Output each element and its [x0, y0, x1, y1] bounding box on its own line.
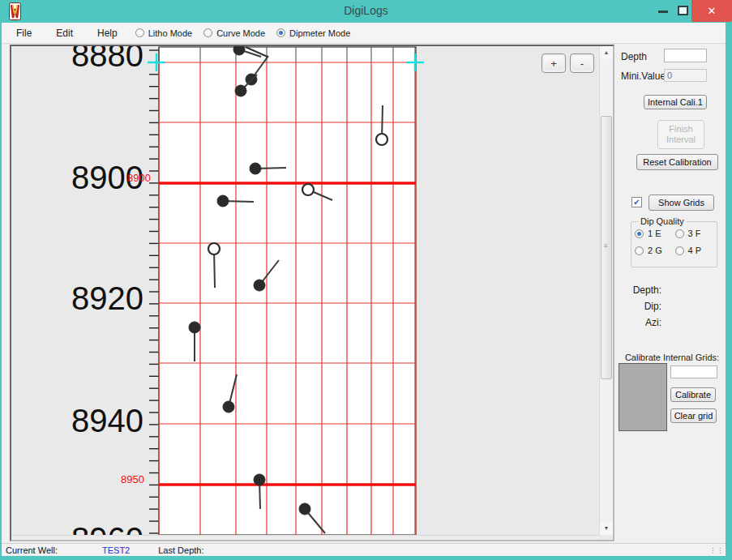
grid-value-input[interactable] [670, 365, 717, 378]
control-panel: Depth Mini.Value Internal Cali.1 Finish … [619, 44, 726, 543]
menu-items-container: FileEditHelp [2, 24, 127, 42]
radio-icon[interactable] [135, 28, 144, 37]
resize-grip-icon[interactable]: ⋮⋮ [709, 546, 724, 554]
scan-depth-label: 8960 [71, 521, 143, 535]
calibrate-button[interactable]: Calibrate [670, 387, 716, 402]
radio-icon[interactable] [203, 28, 212, 37]
readout-azi: Azi: [619, 317, 661, 333]
mode-dipmeter-mode[interactable]: Dipmeter Mode [276, 28, 350, 38]
vertical-scrollbar-thumb[interactable]: ≡ [601, 116, 612, 379]
dip-quality-label: 4 P [688, 246, 702, 255]
calibration-depth-label: 8900 [127, 172, 151, 184]
tadpole-marker-open[interactable] [376, 134, 387, 145]
readout-labels: Depth:Dip:Azi: [619, 284, 661, 333]
horizontal-scrollbar[interactable] [11, 535, 599, 540]
last-depth-label: Last Depth: [158, 545, 203, 555]
show-grids-checkbox[interactable]: ✔ [631, 197, 642, 207]
finish-interval-button[interactable]: Finish Interval [657, 120, 704, 149]
current-well-label: Current Well: [6, 545, 58, 555]
status-bar: Current Well: TEST2 Last Depth: ⋮⋮ [2, 543, 726, 556]
internal-cali-button[interactable]: Internal Cali.1 [644, 95, 707, 109]
dip-quality-legend: Dip Quality [638, 216, 687, 226]
grid-color-swatch[interactable] [619, 363, 667, 431]
tadpole-marker-filled[interactable] [254, 280, 265, 291]
radio-icon[interactable] [635, 229, 644, 238]
workspace: 8880890089208940896089008950 + - ▲ ≡ ▼ D… [2, 44, 726, 543]
zoom-in-button[interactable]: + [542, 53, 566, 73]
mini-value-label: Mini.Value [621, 71, 666, 82]
finish-interval-line1: Finish [669, 124, 692, 134]
mode-radio-group: Litho ModeCurve ModeDipmeter Mode [135, 28, 362, 38]
radio-icon[interactable] [276, 28, 285, 37]
tadpole-marker-filled[interactable] [235, 85, 246, 96]
scan-depth-label: 8920 [71, 280, 143, 316]
radio-icon[interactable] [635, 246, 644, 255]
dip-quality-label: 1 E [648, 229, 661, 238]
vertical-scrollbar[interactable]: ▲ ≡ ▼ [599, 46, 613, 535]
dip-quality-label: 3 F [688, 229, 701, 238]
mode-curve-mode[interactable]: Curve Mode [203, 28, 265, 38]
tadpole-marker-open[interactable] [302, 184, 314, 195]
mini-value-input [664, 69, 707, 82]
mode-label: Curve Mode [216, 28, 265, 38]
maximize-button[interactable] [678, 6, 688, 15]
tadpole-marker-filled[interactable] [217, 195, 229, 207]
clear-grid-button[interactable]: Clear grid [670, 408, 717, 423]
mode-label: Dipmeter Mode [289, 28, 350, 38]
dip-quality-label: 2 G [648, 246, 662, 255]
current-well-value[interactable]: TEST2 [102, 545, 130, 555]
menu-file[interactable]: File [6, 24, 41, 42]
dip-quality-options: 1 E3 F2 G4 P [635, 229, 715, 263]
dip-quality-2-g[interactable]: 2 G [635, 246, 675, 255]
tadpole-marker-filled[interactable] [254, 474, 265, 485]
tadpole-marker-filled[interactable] [299, 503, 310, 515]
scan-depth-label: 8940 [71, 403, 143, 438]
depth-input[interactable] [664, 49, 707, 62]
calibration-depth-label: 8950 [121, 473, 144, 485]
depth-field-label: Depth [621, 51, 647, 62]
tadpole-marker-filled[interactable] [250, 163, 261, 174]
readout-depth: Depth: [619, 284, 661, 301]
digilogs-window: DigiLogs ✕ FileEditHelp Litho ModeCurve … [0, 0, 732, 560]
menu-help[interactable]: Help [88, 24, 127, 42]
finish-interval-line2: Interval [666, 135, 696, 144]
dip-quality-groupbox: Dip Quality 1 E3 F2 G4 P [631, 221, 717, 267]
menu-edit[interactable]: Edit [46, 24, 83, 42]
show-grids-button[interactable]: Show Grids [649, 195, 714, 211]
scan-depth-label: 8880 [71, 46, 143, 73]
tadpole-marker-filled[interactable] [189, 322, 200, 333]
minimize-button[interactable] [658, 11, 668, 13]
close-button[interactable]: ✕ [691, 0, 732, 22]
title-bar: DigiLogs ✕ [0, 0, 732, 23]
log-track [159, 47, 416, 535]
menu-bar: FileEditHelp Litho ModeCurve ModeDipmete… [2, 23, 726, 44]
radio-icon[interactable] [675, 246, 684, 255]
tadpole-marker-filled[interactable] [223, 401, 234, 413]
scrollbar-grip-icon: ≡ [604, 245, 610, 251]
calibrate-grids-label: Calibrate Internal Grids: [620, 353, 724, 362]
mode-litho-mode[interactable]: Litho Mode [135, 28, 192, 38]
tadpole-marker-filled[interactable] [233, 46, 245, 55]
readout-dip: Dip: [619, 301, 661, 317]
scroll-up-arrow-icon[interactable]: ▲ [600, 46, 613, 59]
radio-icon[interactable] [675, 229, 684, 238]
log-chart-frame: 8880890089208940896089008950 + - ▲ ≡ ▼ [10, 45, 614, 541]
window-title: DigiLogs [0, 4, 732, 17]
dip-quality-4-p[interactable]: 4 P [675, 246, 716, 255]
scroll-down-arrow-icon[interactable]: ▼ [600, 522, 613, 535]
log-chart-svg[interactable]: 8880890089208940896089008950 [11, 46, 599, 535]
dip-quality-3-f[interactable]: 3 F [675, 229, 716, 238]
tadpole-marker-open[interactable] [208, 243, 220, 254]
zoom-out-button[interactable]: - [570, 53, 594, 73]
mode-label: Litho Mode [148, 28, 192, 38]
dip-quality-1-e[interactable]: 1 E [635, 229, 675, 238]
reset-calibration-button[interactable]: Reset Calibration [636, 154, 718, 170]
